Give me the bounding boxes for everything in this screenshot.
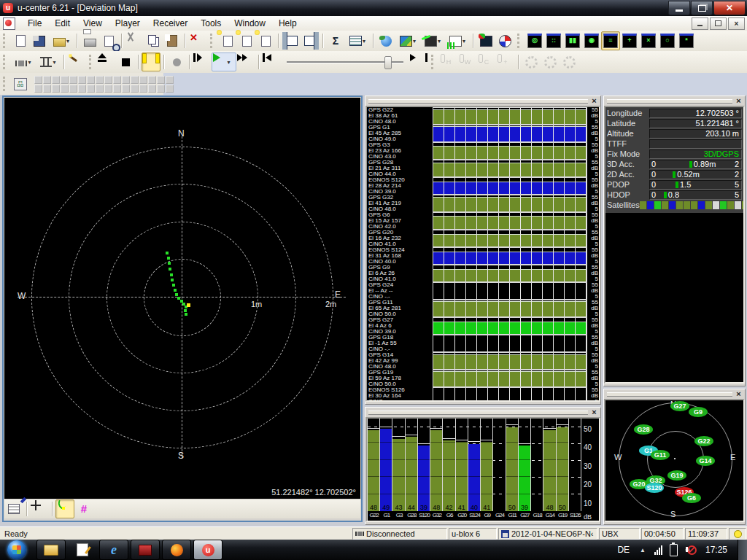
thermo-button[interactable]: W <box>458 52 477 71</box>
show-desktop-button[interactable] <box>738 540 747 560</box>
network-signal-icon[interactable] <box>654 545 662 555</box>
document-icon[interactable] <box>3 18 15 30</box>
panel-grip[interactable] <box>604 389 745 399</box>
table-view-button[interactable]: ▾ <box>345 31 370 50</box>
mdi-minimize-button[interactable] <box>692 18 708 30</box>
skip-start-button[interactable] <box>262 52 281 71</box>
mdi-restore-button[interactable] <box>710 18 727 30</box>
dv-histogram-button[interactable]: ▮▮ <box>563 31 582 50</box>
menu-edit[interactable]: Edit <box>48 17 77 30</box>
cut-button[interactable] <box>125 31 144 50</box>
taskbar-ie-button[interactable]: e <box>99 540 128 560</box>
dv-sky-button[interactable]: ◉ <box>582 31 601 50</box>
thermo-button[interactable]: H <box>439 52 458 71</box>
toolbar-grip[interactable] <box>517 34 522 48</box>
language-indicator[interactable]: DE <box>617 545 630 555</box>
new-view-button[interactable] <box>256 31 275 50</box>
step-fwd-button[interactable] <box>193 52 212 71</box>
close-icon[interactable] <box>734 97 743 105</box>
toolbar-grip[interactable] <box>210 34 214 48</box>
gear-button[interactable] <box>560 52 578 71</box>
save-button[interactable] <box>30 31 49 50</box>
taskbar-explorer-button[interactable] <box>36 540 66 560</box>
map-grid-button[interactable] <box>74 499 93 518</box>
bar-chart-button[interactable]: ▾ <box>445 31 470 50</box>
tray-expand-icon[interactable]: ▲ <box>640 547 646 553</box>
close-icon[interactable] <box>589 97 599 105</box>
toolbar-grip[interactable] <box>89 55 93 69</box>
skip-end-button[interactable] <box>409 52 428 71</box>
distribution-button[interactable]: 品 <box>11 74 30 93</box>
pause-button[interactable] <box>142 52 160 71</box>
eject-button[interactable] <box>97 52 116 71</box>
menu-receiver[interactable]: Receiver <box>147 17 194 30</box>
taskbar-ucenter-button[interactable] <box>193 540 222 560</box>
compass-rose-button[interactable] <box>495 31 514 50</box>
map-props-button[interactable] <box>4 499 23 518</box>
thermo-button[interactable]: C <box>477 52 496 71</box>
dv-messages-button[interactable]: ≡ <box>601 31 620 50</box>
sum-button[interactable]: Σ <box>326 31 345 50</box>
gear-button[interactable] <box>522 52 541 71</box>
restore-button[interactable] <box>691 1 713 15</box>
toolbar-grip[interactable] <box>431 55 436 69</box>
panel-grip[interactable] <box>365 96 600 106</box>
dv-compass-button[interactable]: + <box>620 31 639 50</box>
gear-button[interactable] <box>541 52 560 71</box>
stop-button[interactable] <box>116 52 135 71</box>
mdi-close-button[interactable]: × <box>728 18 745 30</box>
menu-help[interactable]: Help <box>272 17 303 30</box>
dropdown-caret-icon[interactable]: ▾ <box>438 38 441 44</box>
start-button[interactable] <box>7 540 26 559</box>
dv-statistic-button[interactable]: * <box>677 31 696 50</box>
menu-tools[interactable]: Tools <box>194 17 228 30</box>
thermo-button[interactable]: + <box>496 52 515 71</box>
google-earth-button[interactable] <box>376 31 395 50</box>
dropdown-caret-icon[interactable]: ▾ <box>363 38 365 44</box>
new-view-button[interactable] <box>218 31 237 50</box>
dropdown-caret-icon[interactable]: ▾ <box>413 38 416 44</box>
toolbar-grip[interactable] <box>3 34 7 48</box>
split-right-button[interactable] <box>301 31 320 50</box>
connector-button[interactable]: ▾ <box>11 52 36 71</box>
dv-xplot-button[interactable]: × <box>639 31 658 50</box>
map-polyline-button[interactable] <box>55 499 74 518</box>
paste-button[interactable] <box>163 31 182 50</box>
taskbar-media-button[interactable] <box>131 540 160 560</box>
toolbar-grip[interactable] <box>3 55 7 69</box>
battery-icon[interactable] <box>670 544 678 556</box>
print-preview-button[interactable] <box>99 31 118 50</box>
minimize-button[interactable] <box>668 1 690 15</box>
close-icon[interactable] <box>734 390 743 398</box>
print-button[interactable] <box>80 31 99 50</box>
new-view-button[interactable] <box>237 31 256 50</box>
split-left-button[interactable] <box>282 31 301 50</box>
playback-position-slider[interactable] <box>287 55 403 69</box>
taskbar-clock[interactable]: 17:25 <box>705 545 727 555</box>
menu-file[interactable]: File <box>21 17 48 30</box>
open-button[interactable]: ▾ <box>49 31 74 50</box>
dv-clock-button[interactable]: ○ <box>658 31 677 50</box>
copy-button[interactable] <box>144 31 163 50</box>
speaker-muted-icon[interactable] <box>685 544 697 556</box>
menu-player[interactable]: Player <box>109 17 147 30</box>
close-icon[interactable] <box>589 408 599 416</box>
dv-deviation-button[interactable]: ◎ <box>525 31 544 50</box>
dv-grid-button[interactable]: :: <box>544 31 563 50</box>
new-file-button[interactable] <box>11 31 30 50</box>
dropdown-caret-icon[interactable]: ▾ <box>227 59 230 66</box>
play-button[interactable]: ▾ <box>212 52 236 71</box>
menu-window[interactable]: Window <box>228 17 272 30</box>
slider-thumb[interactable] <box>384 56 392 69</box>
color-chart-button[interactable]: ▾ <box>395 31 420 50</box>
dropdown-caret-icon[interactable]: ▾ <box>66 38 69 44</box>
menu-view[interactable]: View <box>77 17 109 30</box>
dropdown-caret-icon[interactable]: ▾ <box>28 59 31 66</box>
ffwd-button[interactable] <box>236 52 255 71</box>
delete-red-button[interactable] <box>188 31 207 50</box>
wave-button[interactable]: ▾ <box>36 52 61 71</box>
wand-button[interactable] <box>67 52 86 71</box>
deviation-map-canvas[interactable]: N S W E 1m 2m 51.221482° 12.702502° <box>4 98 360 499</box>
map-view-button[interactable] <box>476 31 495 50</box>
close-button[interactable]: ✕ <box>713 1 746 15</box>
